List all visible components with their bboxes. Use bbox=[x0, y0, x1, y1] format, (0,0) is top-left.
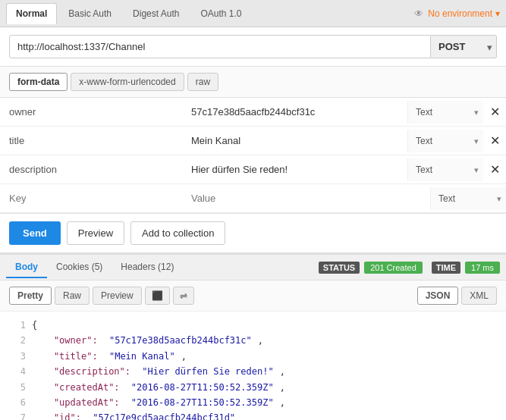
time-value: 17 ms bbox=[465, 262, 500, 274]
json-key: "owner": bbox=[32, 333, 98, 348]
type-select-wrapper-title: TextFile bbox=[407, 130, 483, 152]
field-key-description[interactable] bbox=[0, 158, 182, 181]
tab-urlencoded[interactable]: x-www-form-urlencoded bbox=[71, 73, 184, 91]
json-val: "Hier dürfen Sie reden!" bbox=[137, 364, 274, 379]
field-key-owner[interactable] bbox=[0, 100, 182, 124]
chevron-down-icon: ▾ bbox=[495, 8, 500, 19]
line-number: 5 bbox=[12, 380, 26, 395]
tab-form-data[interactable]: form-data bbox=[9, 73, 68, 91]
url-bar: POST GET PUT DELETE bbox=[0, 27, 506, 67]
response-header: Body Cookies (5) Headers (12) STATUS 201… bbox=[0, 253, 506, 281]
line-number: 1 bbox=[12, 318, 26, 333]
field-value-title[interactable] bbox=[182, 129, 407, 152]
json-key: "title": bbox=[32, 349, 98, 364]
tab-normal[interactable]: Normal bbox=[6, 3, 57, 24]
json-line-4: 4 "description": "Hier dürfen Sie reden!… bbox=[12, 364, 494, 379]
line-number: 7 bbox=[12, 410, 26, 420]
field-value-description[interactable] bbox=[182, 158, 407, 181]
json-val: "57c17e9cd5aacfb244bcf31d" bbox=[87, 410, 235, 420]
status-label: STATUS bbox=[319, 262, 360, 274]
field-value-empty[interactable] bbox=[182, 186, 430, 210]
field-value-owner[interactable] bbox=[182, 100, 407, 124]
field-row-description: TextFile ✕ bbox=[0, 155, 506, 184]
json-brace-open: { bbox=[32, 318, 37, 333]
status-value: 201 Created bbox=[364, 262, 423, 274]
send-button[interactable]: Send bbox=[9, 221, 61, 245]
remove-btn-title[interactable]: ✕ bbox=[483, 133, 506, 148]
json-line-7: 7 "id": "57c17e9cd5aacfb244bcf31d" bbox=[12, 410, 494, 420]
line-number: 4 bbox=[12, 364, 26, 379]
json-key: "updatedAt": bbox=[32, 395, 120, 410]
fmt-type-json[interactable]: JSON bbox=[417, 287, 459, 305]
method-wrapper: POST GET PUT DELETE bbox=[431, 35, 497, 58]
json-val: "57c17e38d5aacfb244bcf31c" bbox=[104, 333, 252, 348]
action-buttons: Send Preview Add to collection bbox=[0, 214, 506, 253]
json-line-3: 3 "title": "Mein Kanal", bbox=[12, 349, 494, 364]
json-val: "2016-08-27T11:50:52.359Z" bbox=[126, 380, 274, 395]
type-select-title[interactable]: TextFile bbox=[408, 130, 483, 152]
field-key-empty[interactable] bbox=[0, 186, 182, 210]
time-label: TIME bbox=[432, 262, 460, 274]
body-type-tabs: form-data x-www-form-urlencoded raw bbox=[0, 67, 506, 98]
copy-icon-btn[interactable]: ⬛ bbox=[145, 287, 170, 305]
tab-basic-auth[interactable]: Basic Auth bbox=[58, 3, 121, 24]
field-row-title: TextFile ✕ bbox=[0, 127, 506, 155]
add-to-collection-button[interactable]: Add to collection bbox=[130, 221, 225, 245]
tab-headers[interactable]: Headers (12) bbox=[112, 257, 183, 278]
eye-icon: 👁 bbox=[414, 8, 423, 19]
field-row-empty: TextFile bbox=[0, 184, 506, 213]
preview-button[interactable]: Preview bbox=[67, 221, 124, 245]
fmt-type-xml[interactable]: XML bbox=[461, 287, 497, 305]
remove-btn-description[interactable]: ✕ bbox=[483, 162, 506, 177]
fmt-btn-raw[interactable]: Raw bbox=[55, 287, 90, 305]
line-number: 3 bbox=[12, 349, 26, 364]
json-key: "id": bbox=[32, 410, 81, 420]
type-select-wrapper-description: TextFile bbox=[407, 158, 483, 181]
tab-cookies[interactable]: Cookies (5) bbox=[47, 257, 112, 278]
method-select[interactable]: POST GET PUT DELETE bbox=[431, 35, 497, 58]
line-number: 2 bbox=[12, 333, 26, 348]
env-selector[interactable]: 👁 No environment ▾ bbox=[414, 8, 500, 19]
type-select-wrapper-owner: TextFile bbox=[407, 101, 483, 124]
type-select-empty[interactable]: TextFile bbox=[431, 187, 506, 210]
field-key-title[interactable] bbox=[0, 129, 182, 152]
json-line-6: 6 "updatedAt": "2016-08-27T11:50:52.359Z… bbox=[12, 395, 494, 410]
form-fields: TextFile ✕ TextFile ✕ TextFile ✕ Te bbox=[0, 98, 506, 214]
fmt-btn-preview[interactable]: Preview bbox=[93, 287, 142, 305]
fmt-btn-pretty[interactable]: Pretty bbox=[9, 287, 52, 305]
json-key: "description": bbox=[32, 364, 130, 379]
response-format-bar: Pretty Raw Preview ⬛ ⇌ JSON XML bbox=[0, 281, 506, 312]
status-badge: STATUS 201 Created TIME 17 ms bbox=[319, 262, 500, 274]
type-select-wrapper-empty: TextFile bbox=[430, 187, 506, 210]
json-line-1: 1 { bbox=[12, 318, 494, 333]
field-row-owner: TextFile ✕ bbox=[0, 98, 506, 127]
auth-tabs-bar: Normal Basic Auth Digest Auth OAuth 1.0 … bbox=[0, 0, 506, 27]
json-val: "Mein Kanal" bbox=[104, 349, 175, 364]
json-output: 1 { 2 "owner": "57c17e38d5aacfb244bcf31c… bbox=[0, 312, 506, 420]
json-key: "createdAt": bbox=[32, 380, 120, 395]
json-line-5: 5 "createdAt": "2016-08-27T11:50:52.359Z… bbox=[12, 380, 494, 395]
tab-body[interactable]: Body bbox=[6, 257, 47, 278]
line-number: 6 bbox=[12, 395, 26, 410]
tab-digest-auth[interactable]: Digest Auth bbox=[123, 3, 189, 24]
tab-raw[interactable]: raw bbox=[187, 73, 218, 91]
wrap-icon-btn[interactable]: ⇌ bbox=[173, 287, 194, 305]
url-input[interactable] bbox=[9, 35, 431, 58]
tab-oauth[interactable]: OAuth 1.0 bbox=[190, 3, 251, 24]
json-line-2: 2 "owner": "57c17e38d5aacfb244bcf31c", bbox=[12, 333, 494, 348]
env-label: No environment bbox=[428, 8, 492, 19]
type-select-description[interactable]: TextFile bbox=[408, 158, 483, 181]
json-val: "2016-08-27T11:50:52.359Z" bbox=[126, 395, 274, 410]
type-select-owner[interactable]: TextFile bbox=[408, 101, 483, 124]
remove-btn-owner[interactable]: ✕ bbox=[483, 105, 506, 119]
